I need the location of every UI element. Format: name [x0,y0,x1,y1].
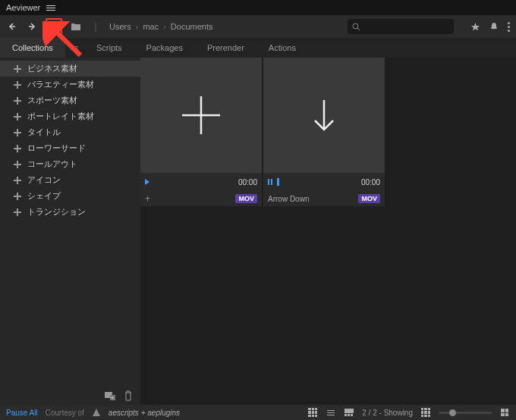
filmstrip-icon[interactable] [344,407,354,418]
format-badge: MOV [358,194,380,203]
sidebar-item[interactable]: アイコン [0,172,140,188]
tab-actions[interactable]: Actions [256,38,308,58]
star-icon[interactable] [470,22,480,32]
ae-logo-icon [92,408,101,417]
footer: Pause All Courtesy of aescripts + aeplug… [0,405,516,420]
refresh-button-highlighted[interactable] [46,18,62,35]
pause-icon[interactable] [268,179,272,185]
tab-scripts[interactable]: Scripts [84,38,134,58]
main-content: 00:00 + MOV 00:00 Arrow Down M [140,58,516,405]
file-info-row: + MOV [140,191,262,206]
tab-packages[interactable]: Packages [134,38,195,58]
plus-icon [14,193,21,200]
breadcrumb-item[interactable]: mac [143,22,159,31]
preview-arrow-down [263,58,385,173]
svg-rect-11 [351,414,353,416]
sidebar-item[interactable]: ポートレイト素材 [0,108,140,124]
sidebar-item[interactable]: ビジネス素材 [0,61,140,77]
plus-icon [14,81,21,89]
sidebar-item-label: ローワーサード [27,143,86,154]
format-badge: MOV [235,194,257,203]
sidebar-item[interactable]: シェイプ [0,188,140,204]
playback-row: 00:00 [263,173,385,191]
search-input[interactable] [348,19,454,34]
svg-rect-9 [345,414,347,416]
breadcrumb-item[interactable]: Documents [171,22,213,31]
app-title: Aeviewer [6,3,40,12]
back-button[interactable] [6,20,18,33]
courtesy-label: Courtesy of [46,409,84,417]
sidebar-item-label: タイトル [27,127,61,138]
sidebar-item[interactable]: ローワーサード [0,140,140,156]
slider-thumb[interactable] [449,409,456,416]
sidebar-item-label: トランジション [27,206,86,218]
file-card[interactable]: 00:00 Arrow Down MOV [263,58,385,206]
playback-row: 00:00 [140,173,262,191]
play-icon[interactable] [145,179,149,185]
plus-icon [14,145,21,152]
time-label: 00:00 [238,178,257,186]
plus-icon [14,97,21,105]
plus-icon [14,161,21,168]
sidebar-item-label: スポーツ素材 [27,95,77,106]
folder-icon[interactable] [70,20,82,33]
menu-icon[interactable] [46,5,55,11]
plus-icon [14,208,21,216]
sidebar-item[interactable]: スポーツ素材 [0,92,140,108]
breadcrumb-item[interactable]: Users [109,22,131,31]
bell-icon[interactable] [489,22,499,32]
tab-collections[interactable]: Collections [0,38,65,58]
breadcrumb: Users › mac › Documents [109,22,213,31]
chevron-right-icon: › [163,22,166,31]
file-card[interactable]: 00:00 + MOV [140,58,262,206]
pause-all-button[interactable]: Pause All [6,409,38,417]
divider-icon: | [90,20,102,33]
sidebar-item[interactable]: タイトル [0,124,140,140]
trash-icon[interactable] [124,390,133,401]
sidebar-item-label: バラエティー素材 [27,79,94,90]
sidebar-item[interactable]: コールアウト [0,156,140,172]
small-grid-icon[interactable] [420,407,431,418]
file-name: Arrow Down [268,195,309,203]
progress-marker[interactable] [277,178,279,186]
add-folder-icon[interactable] [104,390,116,401]
sidebar-item-label: ポートレイト素材 [27,111,94,122]
zoom-slider[interactable] [439,412,492,414]
add-icon[interactable]: + [145,193,150,204]
svg-rect-8 [345,409,354,413]
preview-plus [140,58,262,173]
title-bar: Aeviewer [0,0,516,15]
more-icon[interactable] [508,22,510,32]
status-label: 2 / 2 - Showing [362,409,413,417]
sidebar-item-label: アイコン [27,174,61,186]
sidebar-item-label: シェイプ [27,190,61,202]
svg-line-1 [357,28,360,30]
sidebar-item-label: コールアウト [27,158,77,170]
sidebar-item-label: ビジネス素材 [27,63,77,74]
search-icon [352,23,360,31]
svg-rect-10 [348,414,350,416]
list-view-icon[interactable] [326,407,336,418]
toolbar: | Users › mac › Documents [0,15,516,38]
large-grid-icon[interactable] [499,407,510,418]
chevron-right-icon: › [136,22,139,31]
thumbnail-row: 00:00 + MOV 00:00 Arrow Down M [140,58,516,206]
file-info-row: Arrow Down MOV [263,191,385,206]
sidebar: ビジネス素材 バラエティー素材 スポーツ素材 ポートレイト素材 タイトル ローワ… [0,58,140,405]
tab-rs[interactable]: rs [65,38,84,58]
svg-point-0 [353,24,358,29]
tab-bar: Collections rs Scripts Packages Prerende… [0,38,516,58]
forward-button[interactable] [26,20,38,33]
sidebar-actions [0,387,140,405]
tab-prerender[interactable]: Prerender [195,38,256,58]
aescripts-link[interactable]: aescripts + aeplugins [109,409,180,417]
plus-icon [14,129,21,136]
plus-icon [14,177,21,184]
time-label: 00:00 [361,178,380,186]
plus-icon [14,113,21,121]
sidebar-item[interactable]: トランジション [0,204,140,220]
plus-icon [14,65,21,73]
sidebar-item[interactable]: バラエティー素材 [0,77,140,92]
grid-view-icon[interactable] [307,407,318,418]
